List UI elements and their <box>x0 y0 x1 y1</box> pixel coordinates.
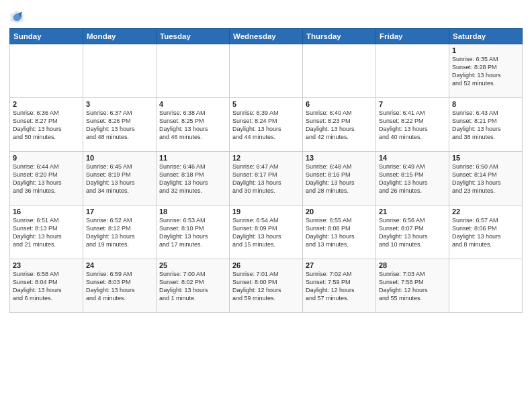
day-cell: 9Sunrise: 6:44 AM Sunset: 8:20 PM Daylig… <box>10 152 83 205</box>
week-row-3: 16Sunrise: 6:51 AM Sunset: 8:13 PM Dayli… <box>10 205 523 259</box>
day-cell: 12Sunrise: 6:47 AM Sunset: 8:17 PM Dayli… <box>230 152 303 205</box>
day-number: 12 <box>232 154 300 162</box>
day-number: 19 <box>232 208 300 216</box>
day-cell: 19Sunrise: 6:54 AM Sunset: 8:09 PM Dayli… <box>230 205 303 259</box>
day-cell: 23Sunrise: 6:58 AM Sunset: 8:04 PM Dayli… <box>10 259 83 313</box>
week-row-0: 1Sunrise: 6:35 AM Sunset: 8:28 PM Daylig… <box>10 44 523 98</box>
day-cell <box>376 44 449 98</box>
day-info: Sunrise: 6:52 AM Sunset: 8:12 PM Dayligh… <box>86 216 153 249</box>
day-number: 10 <box>86 154 153 162</box>
day-cell: 21Sunrise: 6:56 AM Sunset: 8:07 PM Dayli… <box>376 205 449 259</box>
day-info: Sunrise: 6:47 AM Sunset: 8:17 PM Dayligh… <box>232 163 300 195</box>
day-number: 27 <box>306 261 373 269</box>
week-row-2: 9Sunrise: 6:44 AM Sunset: 8:20 PM Daylig… <box>10 152 523 205</box>
day-number: 15 <box>452 154 519 162</box>
day-cell: 11Sunrise: 6:46 AM Sunset: 8:18 PM Dayli… <box>157 152 230 205</box>
day-info: Sunrise: 6:37 AM Sunset: 8:26 PM Dayligh… <box>86 109 153 142</box>
day-info: Sunrise: 7:03 AM Sunset: 7:58 PM Dayligh… <box>379 270 446 303</box>
week-row-4: 23Sunrise: 6:58 AM Sunset: 8:04 PM Dayli… <box>10 259 523 313</box>
day-cell: 20Sunrise: 6:55 AM Sunset: 8:08 PM Dayli… <box>303 205 376 259</box>
day-number: 28 <box>379 261 446 269</box>
day-cell: 5Sunrise: 6:39 AM Sunset: 8:24 PM Daylig… <box>230 98 303 152</box>
day-number: 2 <box>13 100 80 108</box>
day-info: Sunrise: 6:51 AM Sunset: 8:13 PM Dayligh… <box>13 216 80 249</box>
day-info: Sunrise: 6:45 AM Sunset: 8:19 PM Dayligh… <box>86 163 153 195</box>
day-info: Sunrise: 6:35 AM Sunset: 8:28 PM Dayligh… <box>452 55 519 88</box>
day-info: Sunrise: 6:50 AM Sunset: 8:14 PM Dayligh… <box>452 163 519 195</box>
header-cell-sunday: Sunday <box>10 29 83 44</box>
header-cell-monday: Monday <box>83 29 157 44</box>
day-number: 24 <box>86 261 153 269</box>
day-cell: 10Sunrise: 6:45 AM Sunset: 8:19 PM Dayli… <box>83 152 157 205</box>
day-cell <box>303 44 376 98</box>
day-info: Sunrise: 6:36 AM Sunset: 8:27 PM Dayligh… <box>13 109 80 142</box>
day-number: 14 <box>379 154 446 162</box>
day-number: 23 <box>13 261 80 269</box>
day-number: 5 <box>232 100 300 108</box>
day-number: 25 <box>159 261 226 269</box>
day-number: 17 <box>86 208 153 216</box>
day-info: Sunrise: 6:43 AM Sunset: 8:21 PM Dayligh… <box>452 109 519 142</box>
day-number: 11 <box>159 154 226 162</box>
day-cell <box>449 259 523 313</box>
header-cell-tuesday: Tuesday <box>157 29 230 44</box>
day-cell: 15Sunrise: 6:50 AM Sunset: 8:14 PM Dayli… <box>449 152 523 205</box>
day-cell: 18Sunrise: 6:53 AM Sunset: 8:10 PM Dayli… <box>157 205 230 259</box>
day-cell: 3Sunrise: 6:37 AM Sunset: 8:26 PM Daylig… <box>83 98 157 152</box>
day-info: Sunrise: 6:48 AM Sunset: 8:16 PM Dayligh… <box>306 163 373 195</box>
day-info: Sunrise: 7:02 AM Sunset: 7:59 PM Dayligh… <box>306 270 373 303</box>
day-info: Sunrise: 6:41 AM Sunset: 8:22 PM Dayligh… <box>379 109 446 142</box>
day-number: 3 <box>86 100 153 108</box>
day-cell <box>83 44 157 98</box>
day-cell <box>157 44 230 98</box>
header-cell-thursday: Thursday <box>303 29 376 44</box>
day-number: 6 <box>306 100 373 108</box>
day-cell: 24Sunrise: 6:59 AM Sunset: 8:03 PM Dayli… <box>83 259 157 313</box>
day-cell: 8Sunrise: 6:43 AM Sunset: 8:21 PM Daylig… <box>449 98 523 152</box>
calendar-table: SundayMondayTuesdayWednesdayThursdayFrid… <box>9 28 523 313</box>
day-cell: 4Sunrise: 6:38 AM Sunset: 8:25 PM Daylig… <box>157 98 230 152</box>
day-number: 21 <box>379 208 446 216</box>
header-cell-wednesday: Wednesday <box>230 29 303 44</box>
logo <box>9 9 26 24</box>
day-number: 13 <box>306 154 373 162</box>
day-cell: 7Sunrise: 6:41 AM Sunset: 8:22 PM Daylig… <box>376 98 449 152</box>
day-number: 4 <box>159 100 226 108</box>
day-cell: 1Sunrise: 6:35 AM Sunset: 8:28 PM Daylig… <box>449 44 523 98</box>
header-cell-saturday: Saturday <box>449 29 523 44</box>
day-info: Sunrise: 7:00 AM Sunset: 8:02 PM Dayligh… <box>159 270 226 303</box>
day-cell: 16Sunrise: 6:51 AM Sunset: 8:13 PM Dayli… <box>10 205 83 259</box>
day-cell: 17Sunrise: 6:52 AM Sunset: 8:12 PM Dayli… <box>83 205 157 259</box>
day-info: Sunrise: 6:38 AM Sunset: 8:25 PM Dayligh… <box>159 109 226 142</box>
day-cell: 14Sunrise: 6:49 AM Sunset: 8:15 PM Dayli… <box>376 152 449 205</box>
day-info: Sunrise: 6:49 AM Sunset: 8:15 PM Dayligh… <box>379 163 446 195</box>
day-info: Sunrise: 6:57 AM Sunset: 8:06 PM Dayligh… <box>452 216 519 249</box>
header-cell-friday: Friday <box>376 29 449 44</box>
day-info: Sunrise: 7:01 AM Sunset: 8:00 PM Dayligh… <box>232 270 300 303</box>
day-info: Sunrise: 6:59 AM Sunset: 8:03 PM Dayligh… <box>86 270 153 303</box>
day-info: Sunrise: 6:39 AM Sunset: 8:24 PM Dayligh… <box>232 109 300 142</box>
day-info: Sunrise: 6:58 AM Sunset: 8:04 PM Dayligh… <box>13 270 80 303</box>
day-cell <box>230 44 303 98</box>
day-number: 9 <box>13 154 80 162</box>
day-cell: 26Sunrise: 7:01 AM Sunset: 8:00 PM Dayli… <box>230 259 303 313</box>
day-cell <box>10 44 83 98</box>
day-info: Sunrise: 6:54 AM Sunset: 8:09 PM Dayligh… <box>232 216 300 249</box>
day-number: 8 <box>452 100 519 108</box>
day-cell: 2Sunrise: 6:36 AM Sunset: 8:27 PM Daylig… <box>10 98 83 152</box>
day-info: Sunrise: 6:55 AM Sunset: 8:08 PM Dayligh… <box>306 216 373 249</box>
page: SundayMondayTuesdayWednesdayThursdayFrid… <box>0 0 532 411</box>
day-cell: 27Sunrise: 7:02 AM Sunset: 7:59 PM Dayli… <box>303 259 376 313</box>
day-cell: 6Sunrise: 6:40 AM Sunset: 8:23 PM Daylig… <box>303 98 376 152</box>
day-number: 18 <box>159 208 226 216</box>
day-number: 20 <box>306 208 373 216</box>
day-number: 16 <box>13 208 80 216</box>
day-info: Sunrise: 6:56 AM Sunset: 8:07 PM Dayligh… <box>379 216 446 249</box>
day-info: Sunrise: 6:40 AM Sunset: 8:23 PM Dayligh… <box>306 109 373 142</box>
day-cell: 25Sunrise: 7:00 AM Sunset: 8:02 PM Dayli… <box>157 259 230 313</box>
day-info: Sunrise: 6:53 AM Sunset: 8:10 PM Dayligh… <box>159 216 226 249</box>
day-number: 7 <box>379 100 446 108</box>
day-cell: 13Sunrise: 6:48 AM Sunset: 8:16 PM Dayli… <box>303 152 376 205</box>
day-number: 1 <box>452 46 519 54</box>
day-info: Sunrise: 6:44 AM Sunset: 8:20 PM Dayligh… <box>13 163 80 195</box>
